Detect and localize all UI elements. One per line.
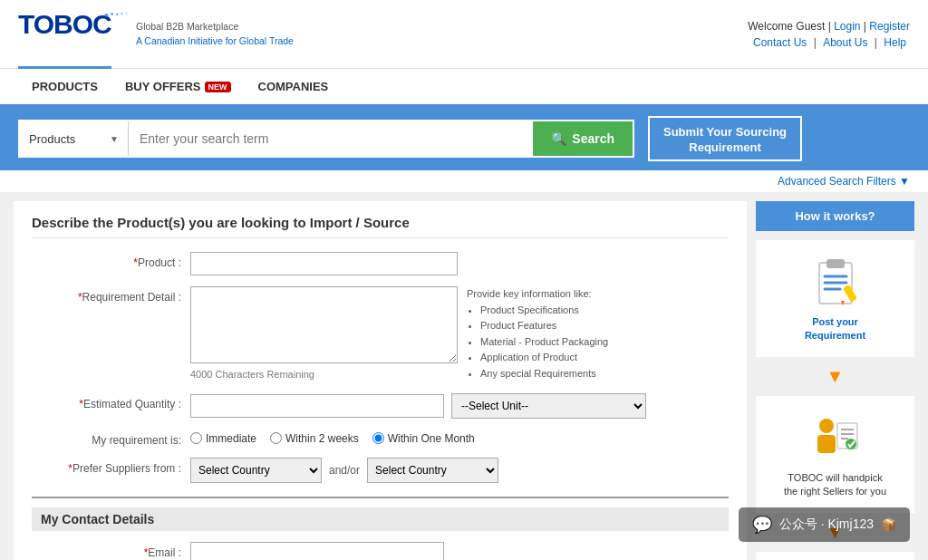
radio-1month-input[interactable]: [372, 432, 384, 444]
textarea-hint: Provide key information like: Product Sp…: [467, 286, 608, 382]
header-links: Contact Us | About Us | Help: [748, 36, 910, 49]
supplier-control: Select Country and/or Select Country: [190, 458, 729, 483]
quantity-label: *Estimated Quantity :: [32, 393, 190, 410]
svg-rect-1: [826, 259, 845, 268]
search-button[interactable]: 🔍 Search: [533, 121, 633, 156]
category-label: Products: [29, 132, 75, 146]
email-input[interactable]: [190, 542, 444, 560]
contact-us-link[interactable]: Contact Us: [753, 36, 807, 49]
requirement-label: *Requirement Detail :: [32, 286, 190, 304]
quantity-row: *Estimated Quantity : --Select Unit--: [32, 393, 729, 419]
search-input-wrap: [129, 121, 533, 156]
quantity-control: --Select Unit--: [190, 393, 729, 419]
login-link[interactable]: Login: [834, 20, 860, 33]
radio-1month[interactable]: Within One Month: [372, 432, 475, 445]
nav-bar: PRODUCTS BUY OFFERS NEW COMPANIES: [0, 69, 928, 107]
header-right: Welcome Guest | Login | Register Contact…: [748, 20, 910, 49]
country-select-1[interactable]: Select Country: [190, 458, 322, 483]
quantity-input[interactable]: [190, 394, 444, 418]
nav-companies[interactable]: COMPANIES: [245, 69, 343, 104]
wechat-icon: 💬: [752, 515, 772, 535]
requirement-control: 4000 Characters Remaining Provide key in…: [190, 286, 729, 382]
advanced-search-link[interactable]: Advanced Search Filters ▼: [778, 175, 910, 188]
submit-sourcing-button[interactable]: Submit Your Sourcing Requirement: [648, 116, 802, 161]
wechat-watermark: 💬 公众号 · Kjmj123 📦: [739, 507, 910, 542]
nav-products[interactable]: PRODUCTS: [18, 66, 111, 104]
logo-box: TOBOC ● ● ● ● ●: [18, 9, 118, 59]
search-input[interactable]: [129, 121, 533, 156]
search-category-selector[interactable]: Products ▼: [20, 121, 129, 156]
step-arrow-1: ▼: [756, 366, 914, 387]
svg-point-13: [846, 439, 856, 449]
logo-text: TOBOC: [18, 9, 111, 40]
requirement-type-control: Immediate Within 2 weeks Within One Mont…: [190, 430, 729, 445]
requirement-row: *Requirement Detail : 4000 Characters Re…: [32, 286, 729, 382]
wechat-label: 公众号 · Kjmj123: [779, 517, 874, 533]
email-label: *Email :: [32, 542, 190, 559]
handpick-icon: [808, 410, 863, 464]
logo-area: TOBOC ● ● ● ● ● Global B2B Marketplace A…: [18, 9, 294, 59]
how-it-works-header: How it works?: [756, 201, 914, 231]
textarea-row: 4000 Characters Remaining Provide key in…: [190, 286, 729, 382]
page-header: TOBOC ● ● ● ● ● Global B2B Marketplace A…: [0, 0, 928, 69]
sidebar-step-quotes: $ Get quotesfrom Sellers: [756, 552, 914, 560]
supplier-label: *Prefer Suppliers from :: [32, 458, 190, 475]
and-or-label: and/or: [329, 464, 360, 477]
sidebar-step-post: Post yourRequirement: [756, 240, 914, 357]
hint-item: Product Specifications: [480, 303, 608, 319]
supplier-row: *Prefer Suppliers from : Select Country …: [32, 458, 729, 483]
sidebar: How it works? Post yo: [756, 201, 914, 560]
product-input[interactable]: [190, 252, 458, 275]
product-row: *Product :: [32, 252, 729, 275]
requirement-type-label: My requirement is:: [32, 430, 190, 447]
radio-immediate-input[interactable]: [190, 432, 202, 444]
form-title: Describe the Product(s) you are looking …: [32, 215, 729, 238]
radio-group: Immediate Within 2 weeks Within One Mont…: [190, 430, 729, 445]
hint-item: Product Features: [480, 318, 608, 334]
buy-offers-badge: NEW: [205, 82, 231, 92]
logo-tagline: Global B2B Marketplace A Canadian Initia…: [136, 20, 294, 49]
hint-item: Material - Product Packaging: [480, 334, 608, 351]
main-content: Describe the Product(s) you are looking …: [0, 192, 928, 560]
hint-list: Product Specifications Product Features …: [480, 303, 608, 382]
register-link[interactable]: Register: [869, 20, 910, 33]
radio-immediate[interactable]: Immediate: [190, 432, 256, 445]
radio-2weeks[interactable]: Within 2 weeks: [270, 432, 359, 445]
nav-buy-offers[interactable]: BUY OFFERS NEW: [111, 69, 245, 104]
help-link[interactable]: Help: [884, 36, 906, 49]
search-icon: 🔍: [551, 131, 566, 146]
box-icon: 📦: [881, 517, 896, 532]
step-post-text: Post yourRequirement: [765, 315, 905, 343]
hint-item: Application of Product: [480, 350, 608, 366]
sidebar-step-handpick: TOBOC will handpickthe right Sellers for…: [756, 396, 914, 513]
requirement-textarea[interactable]: [190, 286, 458, 363]
about-us-link[interactable]: About Us: [823, 36, 867, 49]
product-control: [190, 252, 729, 275]
chars-remaining: 4000 Characters Remaining: [190, 369, 458, 380]
email-row: *Email :: [32, 542, 729, 560]
welcome-text: Welcome Guest | Login | Register: [748, 20, 910, 33]
advanced-search-section: Advanced Search Filters ▼: [0, 170, 928, 192]
svg-rect-8: [817, 435, 836, 453]
qty-row: --Select Unit--: [190, 393, 729, 419]
textarea-wrap: 4000 Characters Remaining: [190, 286, 458, 382]
country-select-2[interactable]: Select Country: [367, 458, 498, 483]
search-bar: Products ▼ 🔍 Search Submit Your Sourcing…: [0, 107, 928, 170]
contact-section-title: My Contact Details: [32, 507, 729, 531]
form-area: Describe the Product(s) you are looking …: [14, 201, 747, 560]
post-requirement-icon: [808, 254, 863, 308]
unit-select[interactable]: --Select Unit--: [451, 393, 646, 419]
step-handpick-text: TOBOC will handpickthe right Sellers for…: [765, 471, 905, 499]
radio-2weeks-input[interactable]: [270, 432, 282, 444]
hint-item: Any special Requirements: [480, 366, 608, 382]
category-arrow-icon: ▼: [110, 134, 119, 144]
product-label: *Product :: [32, 252, 190, 269]
requirement-type-row: My requirement is: Immediate Within 2 we…: [32, 430, 729, 447]
contact-section: My Contact Details *Email : *Contact Nam…: [32, 497, 729, 560]
email-control: [190, 542, 729, 560]
svg-point-7: [819, 419, 834, 433]
supplier-selector-row: Select Country and/or Select Country: [190, 458, 729, 483]
